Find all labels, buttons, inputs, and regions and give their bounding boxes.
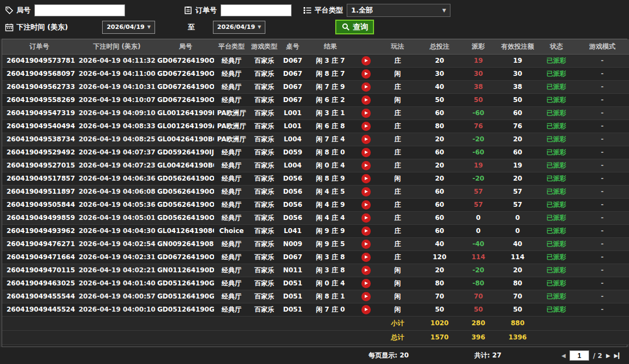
play-button[interactable] [361,305,371,314]
app-root: 局号 订单号 平台类型 1.全部 ▼ 下注时间 (美东) 2026/04/19 [0,0,629,364]
cell-bet-time: 2026-04-19 04:02:54 [76,237,157,250]
cell-table-number: D067 [280,250,306,264]
cell-platform-type: 经典厅 [214,80,249,93]
column-header: 玩法 [377,39,418,54]
play-button[interactable] [361,122,371,131]
cell-status: 已派彩 [539,290,573,303]
play-button[interactable] [361,292,371,301]
round-number-label: 局号 [16,5,31,15]
date-from-picker[interactable]: 2026/04/19 ▼ [102,21,155,34]
play-button[interactable] [361,69,371,79]
play-button[interactable] [361,174,371,183]
cell-game-mode: - [573,264,629,277]
play-button[interactable] [361,253,371,262]
cell-play-method: 闲 [377,290,418,303]
play-button[interactable] [361,240,371,249]
cell-game-mode: - [573,198,629,211]
cell-bet-time: 2026-04-19 04:00:10 [76,303,157,316]
cell-payout: 38 [461,80,496,93]
cell-game-mode: - [573,277,629,290]
next-page-icon[interactable]: ▶ [606,353,610,359]
table-row: 260419049540494 2026-04-19 04:08:33 GL00… [2,120,629,133]
play-button[interactable] [361,148,371,157]
cell-play-method: 庄 [377,133,418,146]
column-header: 派彩 [461,39,496,54]
cell-game-mode: - [573,290,629,303]
filter-row-1: 局号 订单号 平台类型 1.全部 ▼ [4,2,625,19]
cell-table-number: D051 [280,277,306,290]
cell-payout: 57 [461,198,496,211]
cell-game-type: 百家乐 [249,93,280,106]
cell-status: 已派彩 [539,303,573,316]
play-button[interactable] [361,200,371,210]
prev-page-icon[interactable]: ◀ [561,353,566,359]
cell-game-mode: - [573,106,629,120]
cell-valid-bet: 38 [496,80,539,93]
filter-bar: 局号 订单号 平台类型 1.全部 ▼ 下注时间 (美东) 2026/04/19 [0,0,629,39]
play-button[interactable] [361,56,371,65]
cell-bet-time: 2026-04-19 04:04:30 [76,224,157,237]
query-button[interactable]: 查询 [335,20,374,34]
cell-result: 闲 3 庄 1 [306,106,355,120]
cell-platform-type: 经典厅 [214,185,249,198]
column-header: 游戏模式 [573,39,629,54]
cell-total-bet: 60 [418,198,461,211]
cell-table-number: L001 [280,106,306,120]
column-header: 平台类型 [214,39,249,54]
play-button[interactable] [361,109,371,118]
play-button[interactable] [361,135,371,144]
order-number-input[interactable] [221,4,292,16]
cell-replay [355,185,377,198]
subtotal-row: 小计 1020 280 880 [2,316,629,330]
cell-bet-time: 2026-04-19 04:06:08 [76,185,157,198]
date-to-picker[interactable]: 2026/04/19 ▼ [213,21,265,34]
column-header: 总投注 [418,39,461,54]
bet-time-label: 下注时间 (美东) [16,22,68,32]
play-button[interactable] [361,266,371,275]
last-page-icon[interactable]: ▶▎ [614,353,622,359]
play-button[interactable] [361,82,371,92]
round-number-input[interactable] [34,4,125,16]
play-icon [365,242,368,246]
cell-round-number: GD056264190O4 [157,172,214,185]
page-input[interactable] [569,350,589,361]
total-row: 总计 1570 396 1396 [2,330,629,344]
platform-type-select[interactable]: 1.全部 ▼ [347,4,450,17]
cell-bet-time: 2026-04-19 04:00:57 [76,290,157,303]
cell-bet-time: 2026-04-19 04:07:23 [76,159,157,172]
cell-round-number: GD056264190O2 [157,198,214,211]
round-number-tag-icon [4,5,14,15]
column-header: 下注时间 (美东) [76,39,157,54]
play-button[interactable] [361,161,371,170]
cell-payout: 30 [461,67,496,80]
cell-valid-bet: 0 [496,211,539,224]
cell-round-number: GD067264190OS [157,67,214,80]
cell-status: 已派彩 [539,54,573,67]
cell-replay [355,198,377,211]
play-button[interactable] [361,226,371,236]
cell-result: 闲 8 庄 9 [306,172,355,185]
play-button[interactable] [361,187,371,196]
cell-game-mode: - [573,54,629,67]
subtotal-total-bet: 1020 [418,316,461,330]
play-button[interactable] [361,213,371,223]
cell-game-type: 百家乐 [249,80,280,93]
to-label: 至 [188,22,195,32]
cell-bet-time: 2026-04-19 04:02:21 [76,264,157,277]
per-page-label: 每页显示: 20 [369,351,409,360]
cell-replay [355,237,377,250]
cell-order-number: 260419049558269 [2,93,76,106]
cell-table-number: L001 [280,120,306,133]
play-icon [365,282,368,285]
play-button[interactable] [361,279,371,288]
play-button[interactable] [361,96,371,105]
cell-bet-time: 2026-04-19 04:09:10 [76,106,157,120]
cell-table-number: L004 [280,133,306,146]
cell-table-number: D056 [280,198,306,211]
table-row: 260419049476271 2026-04-19 04:02:54 GN00… [2,237,629,250]
column-header: 桌号 [280,39,306,54]
play-icon [365,138,368,141]
play-icon [365,295,368,298]
cell-replay [355,80,377,93]
cell-order-number: 260419049527015 [2,159,76,172]
